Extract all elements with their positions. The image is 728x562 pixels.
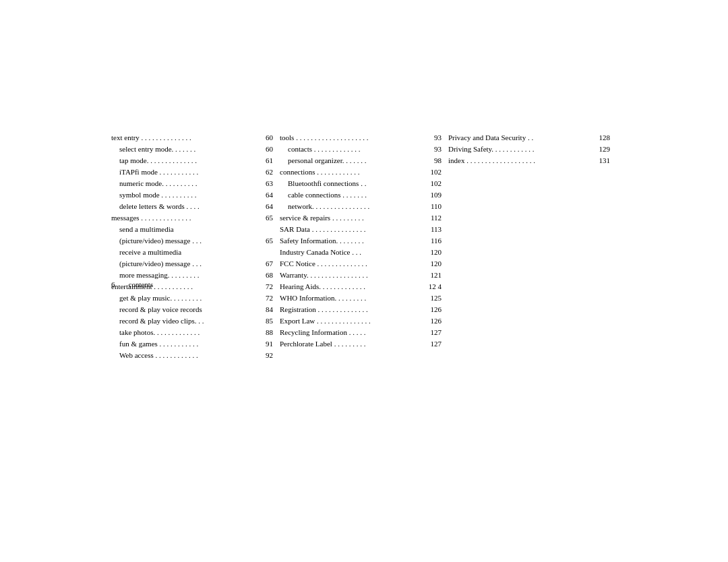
entry-label: tools . . . . . . . . . . . . . . . . . … bbox=[280, 132, 423, 144]
toc-entry: Privacy and Data Security . . 128 bbox=[448, 132, 610, 144]
entry-label: Perchlorate Label . . . . . . . . . bbox=[280, 338, 423, 350]
toc-entry: send a multimedia bbox=[111, 224, 273, 235]
toc-entry: tap mode. . . . . . . . . . . . . . 61 bbox=[111, 155, 273, 166]
toc-entry: WHO Information. . . . . . . . . 125 bbox=[280, 292, 442, 304]
entry-label: cable connections . . . . . . . bbox=[288, 189, 423, 201]
entry-label: Export Law . . . . . . . . . . . . . . . bbox=[280, 315, 423, 327]
toc-entry: network. . . . . . . . . . . . . . . . 1… bbox=[280, 201, 442, 212]
entry-page bbox=[254, 247, 273, 258]
entry-page: 112 bbox=[423, 212, 442, 224]
toc-entry: receive a multimedia bbox=[111, 247, 273, 258]
footer-label: contents bbox=[129, 280, 154, 288]
entry-page: 102 bbox=[423, 166, 442, 178]
entry-label: connections . . . . . . . . . . . . bbox=[280, 166, 423, 178]
entry-page: 110 bbox=[423, 201, 442, 212]
entry-label: fun & games . . . . . . . . . . . bbox=[119, 338, 254, 350]
entry-page: 126 bbox=[423, 304, 442, 315]
entry-label: receive a multimedia bbox=[119, 247, 254, 258]
entry-page: 120 bbox=[423, 247, 442, 258]
entry-label: messages . . . . . . . . . . . . . . bbox=[111, 212, 254, 224]
toc-entry: record & play voice records 84 bbox=[111, 304, 273, 315]
entry-page: 92 bbox=[254, 350, 273, 361]
entry-page: 64 bbox=[254, 189, 273, 201]
toc-entry: Web access . . . . . . . . . . . . 92 bbox=[111, 350, 273, 361]
entry-label: Bluetoothfi connections . . bbox=[288, 178, 423, 189]
entry-page: 120 bbox=[423, 258, 442, 270]
entry-label: (picture/video) message . . . bbox=[119, 235, 254, 247]
toc-entry: symbol mode . . . . . . . . . . 64 bbox=[111, 189, 273, 201]
entry-label: index . . . . . . . . . . . . . . . . . … bbox=[448, 155, 591, 166]
footer: 6 contents bbox=[111, 280, 617, 288]
entry-page: 127 bbox=[423, 338, 442, 350]
entry-page: 72 bbox=[254, 292, 273, 304]
entry-label: Warranty. . . . . . . . . . . . . . . . … bbox=[280, 270, 423, 281]
toc-entry: Driving Safety. . . . . . . . . . . . 12… bbox=[448, 144, 610, 155]
toc-entry: FCC Notice . . . . . . . . . . . . . . 1… bbox=[280, 258, 442, 270]
toc-column-3: Privacy and Data Security . . 128 Drivin… bbox=[448, 132, 617, 166]
entry-label: Registration . . . . . . . . . . . . . . bbox=[280, 304, 423, 315]
toc-entry: iTAPfi mode . . . . . . . . . . . 62 bbox=[111, 166, 273, 178]
entry-label: contacts . . . . . . . . . . . . . bbox=[288, 144, 423, 155]
toc-entry: cable connections . . . . . . . 109 bbox=[280, 189, 442, 201]
entry-page: 127 bbox=[423, 327, 442, 338]
entry-label: more messaging. . . . . . . . . bbox=[119, 270, 254, 281]
entry-label: Recycling Information . . . . . bbox=[280, 327, 423, 338]
entry-page: 63 bbox=[254, 178, 273, 189]
entry-page: 65 bbox=[254, 212, 273, 224]
entry-label: text entry . . . . . . . . . . . . . . bbox=[111, 132, 254, 144]
entry-label: (picture/video) message . . . bbox=[119, 258, 254, 270]
entry-page: 68 bbox=[254, 270, 273, 281]
toc-entry: text entry . . . . . . . . . . . . . . 6… bbox=[111, 132, 273, 144]
toc-entry: fun & games . . . . . . . . . . . 91 bbox=[111, 338, 273, 350]
content-area: text entry . . . . . . . . . . . . . . 6… bbox=[111, 119, 617, 404]
entry-label: Driving Safety. . . . . . . . . . . . bbox=[448, 144, 591, 155]
entry-label: service & repairs . . . . . . . . . bbox=[280, 212, 423, 224]
entry-page: 85 bbox=[254, 315, 273, 327]
toc-entry: Registration . . . . . . . . . . . . . .… bbox=[280, 304, 442, 315]
entry-label: take photos. . . . . . . . . . . . . bbox=[119, 327, 254, 338]
entry-label: record & play video clips. . . bbox=[119, 315, 254, 327]
entry-label: delete letters & words . . . . bbox=[119, 201, 254, 212]
toc-entry: Warranty. . . . . . . . . . . . . . . . … bbox=[280, 270, 442, 281]
entry-label: personal organizer. . . . . . . bbox=[288, 155, 423, 166]
entry-page: 62 bbox=[254, 166, 273, 178]
entry-label: tap mode. . . . . . . . . . . . . . bbox=[119, 155, 254, 166]
toc-entry: SAR Data . . . . . . . . . . . . . . . 1… bbox=[280, 224, 442, 235]
entry-page: 93 bbox=[423, 132, 442, 144]
toc-entry: delete letters & words . . . . 64 bbox=[111, 201, 273, 212]
toc-entry: take photos. . . . . . . . . . . . . 88 bbox=[111, 327, 273, 338]
toc-entry: tools . . . . . . . . . . . . . . . . . … bbox=[280, 132, 442, 144]
entry-page: 128 bbox=[591, 132, 610, 144]
entry-label: WHO Information. . . . . . . . . bbox=[280, 292, 423, 304]
page: text entry . . . . . . . . . . . . . . 6… bbox=[0, 0, 728, 562]
entry-label: FCC Notice . . . . . . . . . . . . . . bbox=[280, 258, 423, 270]
entry-label: network. . . . . . . . . . . . . . . . bbox=[288, 201, 423, 212]
entry-page: 113 bbox=[423, 224, 442, 235]
footer-page-number: 6 bbox=[111, 280, 115, 288]
toc-entry: Industry Canada Notice . . . 120 bbox=[280, 247, 442, 258]
entry-label: record & play voice records bbox=[119, 304, 254, 315]
entry-label: send a multimedia bbox=[119, 224, 254, 235]
toc-entry: more messaging. . . . . . . . . 68 bbox=[111, 270, 273, 281]
toc-entry: Bluetoothfi connections . . 102 bbox=[280, 178, 442, 189]
toc-entry: connections . . . . . . . . . . . . 102 bbox=[280, 166, 442, 178]
entry-label: numeric mode. . . . . . . . . . bbox=[119, 178, 254, 189]
entry-label: SAR Data . . . . . . . . . . . . . . . bbox=[280, 224, 423, 235]
entry-page: 126 bbox=[423, 315, 442, 327]
entry-label: get & play music. . . . . . . . . bbox=[119, 292, 254, 304]
entry-page: 61 bbox=[254, 155, 273, 166]
entry-label: Privacy and Data Security . . bbox=[448, 132, 591, 144]
entry-page: 129 bbox=[591, 144, 610, 155]
entry-label: Safety Information. . . . . . . . bbox=[280, 235, 423, 247]
toc-entry: personal organizer. . . . . . . 98 bbox=[280, 155, 442, 166]
entry-page: 60 bbox=[254, 144, 273, 155]
entry-page: 88 bbox=[254, 327, 273, 338]
entry-page: 109 bbox=[423, 189, 442, 201]
toc-columns: text entry . . . . . . . . . . . . . . 6… bbox=[111, 132, 617, 362]
toc-column-2: tools . . . . . . . . . . . . . . . . . … bbox=[280, 132, 448, 350]
toc-entry: Export Law . . . . . . . . . . . . . . .… bbox=[280, 315, 442, 327]
entry-label: iTAPfi mode . . . . . . . . . . . bbox=[119, 166, 254, 178]
toc-entry: numeric mode. . . . . . . . . . 63 bbox=[111, 178, 273, 189]
entry-label: Industry Canada Notice . . . bbox=[280, 247, 423, 258]
entry-label: Web access . . . . . . . . . . . . bbox=[119, 350, 254, 361]
